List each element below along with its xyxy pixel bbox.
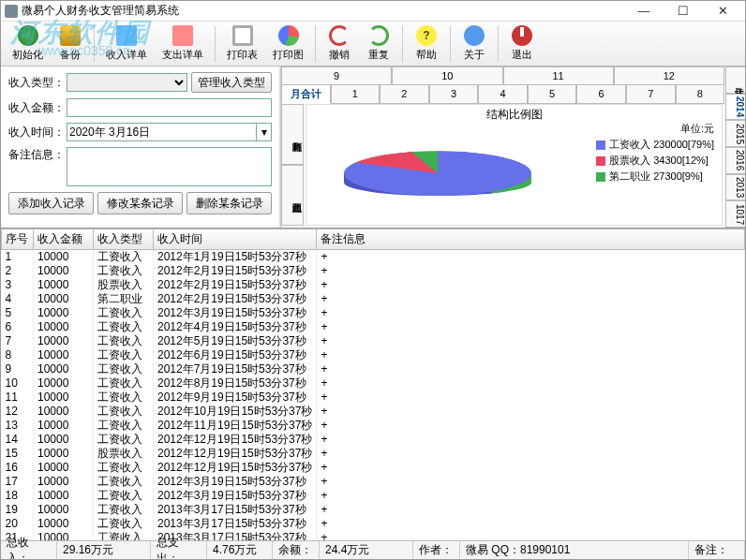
table-row[interactable]: 110000工资收入2012年1月19日15时53分37秒+ [2, 250, 745, 265]
table-row[interactable]: 1310000工资收入2012年11月19日15时53分37秒+ [2, 419, 745, 433]
close-button[interactable]: ✕ [704, 3, 741, 20]
undo-icon [329, 25, 350, 46]
table-row[interactable]: 1010000工资收入2012年8月19日15时53分37秒+ [2, 376, 745, 391]
chart-unit: 单位:元 [596, 122, 714, 136]
table-row[interactable]: 1610000工资收入2012年12月19日15时53分37秒+ [2, 461, 745, 475]
toolbar-help[interactable]: ?帮助 [407, 23, 446, 65]
maximize-button[interactable]: ☐ [664, 3, 702, 20]
col-header[interactable]: 收入金额 [34, 229, 94, 250]
table-row[interactable]: 210000工资收入2012年2月19日15时53分37秒+ [2, 264, 745, 278]
tab-month-3[interactable]: 3 [429, 85, 479, 104]
table-row[interactable]: 610000工资收入2012年4月19日15时53分37秒+ [2, 320, 745, 334]
tab-year-2016[interactable]: 2016 [725, 147, 746, 174]
toolbar-about[interactable]: 关于 [455, 23, 494, 65]
records-table[interactable]: 序号收入金额收入类型收入时间备注信息 110000工资收入2012年1月19日1… [1, 228, 745, 540]
tab-month-月合计[interactable]: 月合计 [281, 85, 331, 104]
chart-title: 结构比例图 [306, 105, 722, 123]
init-icon [18, 25, 38, 46]
separator [450, 26, 451, 62]
table-row[interactable]: 2010000工资收入2013年3月17日15时53分37秒+ [2, 517, 745, 531]
separator [402, 26, 403, 62]
tab-top-12[interactable]: 12 [614, 66, 724, 85]
toolbar-backup[interactable]: 备份 [51, 23, 90, 65]
col-header[interactable]: 收入时间 [154, 229, 317, 250]
tab-year-1017[interactable]: 1017 [725, 200, 746, 228]
legend-text: 股票收入 34300[12%] [609, 154, 709, 168]
table-row[interactable]: 1110000工资收入2012年9月19日15时53分37秒+ [2, 391, 745, 405]
delete-record-button[interactable]: 删除某条记录 [186, 192, 272, 214]
vtab-隐藏曲图[interactable]: 隐藏曲图 [281, 165, 304, 226]
chevron-down-icon[interactable]: ▾ [257, 123, 272, 141]
table-row[interactable]: 1410000工资收入2012年12月19日15时53分37秒+ [2, 433, 745, 447]
tab-year-2015[interactable]: 2015 [725, 120, 746, 147]
tab-year-年合计[interactable]: 年合计 [725, 66, 746, 94]
minimize-button[interactable]: — [625, 3, 663, 20]
balance-label: 余额： [278, 542, 312, 558]
total-out-label: 总支出： [157, 535, 201, 561]
tab-month-2[interactable]: 2 [380, 85, 429, 104]
table-row[interactable]: 710000工资收入2012年5月19日15时53分37秒+ [2, 334, 745, 348]
table-row[interactable]: 1210000工资收入2012年10月19日15时53分37秒+ [2, 405, 745, 419]
backup-label: 备份 [60, 48, 81, 62]
note-textarea[interactable] [67, 147, 272, 186]
manage-type-button[interactable]: 管理收入类型 [191, 72, 272, 93]
legend-swatch [596, 156, 605, 166]
tab-month-1[interactable]: 1 [331, 85, 380, 104]
amount-label: 收入金额： [8, 100, 67, 116]
vtab-隐藏剩料[interactable]: 隐藏剩料 [281, 104, 304, 165]
pchart-label: 打印图 [273, 48, 304, 62]
expense-icon [172, 25, 193, 46]
print-table-icon [232, 25, 253, 46]
total-in-label: 总收入： [7, 535, 51, 561]
income-type-select[interactable] [67, 73, 187, 92]
table-row[interactable]: 1810000工资收入2012年3月19日15时53分37秒+ [2, 489, 745, 503]
tab-top-9[interactable]: 9 [281, 66, 392, 85]
legend-row: 第二职业 27300[9%] [596, 169, 714, 184]
table-row[interactable]: 810000工资收入2012年6月19日15时53分37秒+ [2, 348, 745, 362]
tab-month-6[interactable]: 6 [576, 85, 626, 104]
tab-year-2014[interactable]: 2014 [725, 94, 746, 121]
toolbar-print-table[interactable]: 打印表 [219, 23, 265, 65]
col-header[interactable]: 备注信息 [317, 229, 745, 250]
toolbar-print-chart[interactable]: 打印图 [265, 23, 311, 65]
tab-month-8[interactable]: 8 [676, 85, 725, 104]
income-date-input[interactable] [67, 123, 257, 141]
undo-label: 撤销 [329, 48, 350, 62]
col-header[interactable]: 序号 [2, 229, 34, 250]
table-row[interactable]: 910000工资收入2012年7月19日15时53分37秒+ [2, 362, 745, 376]
toolbar-exit[interactable]: 退出 [502, 23, 542, 65]
about-icon [464, 25, 485, 46]
table-row[interactable]: 310000股票收入2012年2月19日15时53分37秒+ [2, 278, 745, 292]
table-row[interactable]: 1710000工资收入2012年3月19日15时53分37秒+ [2, 475, 745, 489]
tab-month-7[interactable]: 7 [626, 85, 676, 104]
table-row[interactable]: 1510000股票收入2012年12月19日15时53分37秒+ [2, 447, 745, 461]
input-form: 收入类型： 管理收入类型 收入金额： 收入时间： ▾ 备注信息： 添加收入记录 … [1, 66, 280, 228]
income-amount-input[interactable] [67, 98, 272, 117]
print-chart-icon [278, 25, 299, 46]
help-label: 帮助 [416, 48, 437, 62]
exit-label: 退出 [512, 48, 532, 62]
tab-year-2013[interactable]: 2013 [725, 174, 746, 201]
tab-top-11[interactable]: 11 [503, 66, 614, 85]
table-row[interactable]: 2110000工资收入2013年3月17日15时53分37秒+ [2, 531, 745, 540]
table-row[interactable]: 410000第二职业2012年2月19日15时53分37秒+ [2, 292, 745, 306]
col-header[interactable]: 收入类型 [94, 229, 154, 250]
tab-top-10[interactable]: 10 [392, 66, 502, 85]
tab-month-4[interactable]: 4 [478, 85, 528, 104]
total-out-value: 4.76万元 [213, 542, 257, 558]
add-record-button[interactable]: 添加收入记录 [8, 192, 94, 214]
time-label: 收入时间： [8, 125, 67, 140]
year-tabs: 年合计20142015201620131017 [725, 66, 746, 228]
toolbar-income-detail[interactable]: 收入详单 [98, 23, 155, 65]
table-row[interactable]: 510000工资收入2012年3月19日15时53分37秒+ [2, 306, 745, 320]
toolbar-expense-detail[interactable]: 支出详单 [155, 23, 211, 65]
total-in-value: 29.16万元 [63, 542, 113, 558]
edit-record-button[interactable]: 修改某条记录 [97, 192, 183, 214]
toolbar-redo[interactable]: 重复 [359, 23, 398, 65]
table-row[interactable]: 1910000工资收入2013年3月17日15时53分37秒+ [2, 503, 745, 517]
toolbar-undo[interactable]: 撤销 [320, 23, 359, 65]
author-label: 作者： [419, 542, 453, 558]
tab-month-5[interactable]: 5 [528, 85, 577, 104]
toolbar-init[interactable]: 初始化 [5, 23, 51, 65]
in-label: 收入详单 [106, 48, 147, 62]
